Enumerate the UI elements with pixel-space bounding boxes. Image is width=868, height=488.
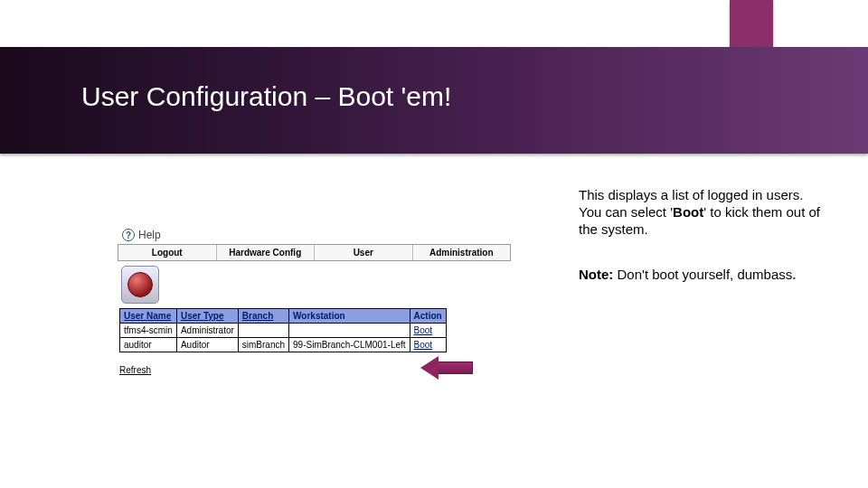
table-header-row: User Name User Type Branch Workstation A… bbox=[120, 309, 447, 324]
note-label: Note: bbox=[579, 267, 613, 282]
note-text: Note: Don't boot yourself, dumbass. bbox=[579, 267, 814, 284]
record-icon-inner bbox=[127, 272, 153, 297]
col-action: Action bbox=[410, 309, 446, 324]
arrow-head-icon bbox=[420, 356, 439, 380]
note-body: Don't boot yourself, dumbass bbox=[613, 267, 792, 282]
arrow-callout bbox=[420, 356, 475, 380]
boot-button[interactable]: Boot bbox=[414, 325, 433, 335]
help-icon: ? bbox=[122, 229, 135, 241]
cell-workstation bbox=[289, 324, 410, 338]
boot-button[interactable]: Boot bbox=[414, 340, 433, 350]
description-text: This displays a list of logged in users.… bbox=[579, 187, 823, 238]
menu-user[interactable]: User bbox=[315, 245, 413, 260]
menu-bar: Logout Hardware Config User Administrati… bbox=[118, 244, 511, 261]
help-link[interactable]: ? Help bbox=[118, 226, 524, 244]
cell-user: auditor bbox=[120, 338, 177, 352]
menu-administration[interactable]: Administration bbox=[413, 245, 511, 260]
cell-type: Administrator bbox=[176, 324, 238, 338]
users-table: User Name User Type Branch Workstation A… bbox=[119, 308, 447, 352]
col-workstation: Workstation bbox=[289, 309, 410, 324]
desc-bold: Boot bbox=[673, 204, 703, 220]
menu-logout[interactable]: Logout bbox=[118, 245, 217, 260]
help-label: Help bbox=[138, 229, 161, 241]
record-icon[interactable] bbox=[121, 266, 159, 304]
slide-title: User Configuration – Boot 'em! bbox=[81, 81, 451, 112]
cell-user: tfms4-scmin bbox=[120, 324, 177, 338]
col-user-type[interactable]: User Type bbox=[176, 309, 238, 324]
refresh-link[interactable]: Refresh bbox=[119, 365, 151, 375]
menu-hardware-config[interactable]: Hardware Config bbox=[217, 245, 316, 260]
col-branch[interactable]: Branch bbox=[238, 309, 288, 324]
col-user-name[interactable]: User Name bbox=[120, 309, 177, 324]
table-row: auditor Auditor simBranch 99-SimBranch-C… bbox=[120, 338, 447, 352]
cell-workstation: 99-SimBranch-CLM001-Left bbox=[289, 338, 410, 352]
cell-branch bbox=[238, 324, 288, 338]
cell-branch: simBranch bbox=[238, 338, 288, 352]
app-screenshot: ? Help Logout Hardware Config User Admin… bbox=[118, 226, 524, 375]
cell-type: Auditor bbox=[176, 338, 238, 352]
note-dot: . bbox=[792, 267, 796, 282]
table-row: tfms4-scmin Administrator Boot bbox=[120, 324, 447, 338]
arrow-body bbox=[437, 361, 473, 374]
